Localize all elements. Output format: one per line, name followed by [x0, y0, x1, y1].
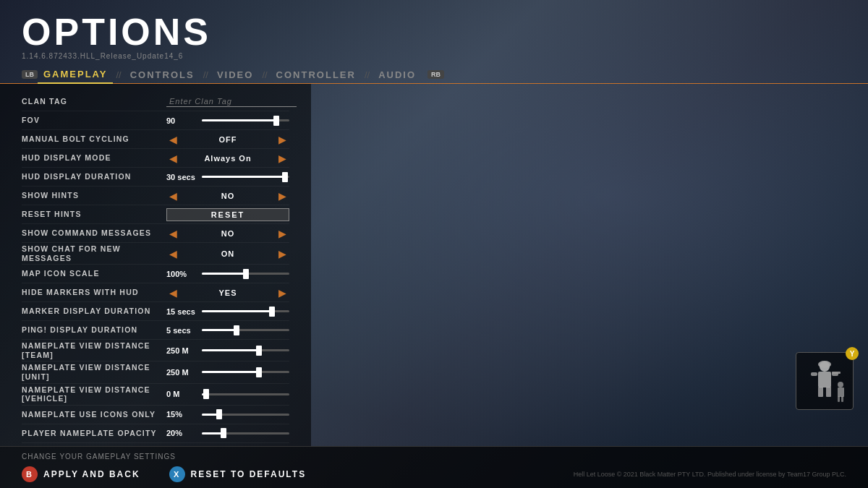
slider-thumb-nameplate-team[interactable]: [256, 346, 262, 356]
slider-value-map-icon-scale: 100%: [166, 270, 199, 278]
scene-area: Y: [311, 84, 868, 446]
lb-badge[interactable]: LB: [22, 70, 38, 79]
slider-track-nameplate-unit[interactable]: [202, 371, 289, 373]
setting-value-map-icon-scale[interactable]: 100%: [166, 270, 289, 278]
slider-thumb-nameplate-vehicle[interactable]: [203, 389, 209, 399]
slider-track-nameplate-opacity[interactable]: [202, 432, 289, 435]
slider-track-nameplate-icons[interactable]: [202, 414, 289, 416]
svg-point-1: [818, 361, 831, 368]
setting-value-hide-markers[interactable]: ◀YES▶: [166, 287, 289, 299]
tab-gameplay[interactable]: GAMEPLAY: [38, 66, 113, 84]
tab-video[interactable]: VIDEO: [211, 67, 259, 83]
setting-row-map-icon-scale: MAP ICON SCALE100%: [22, 265, 289, 283]
setting-row-ping-display: PING! DISPLAY DURATION5 secs: [22, 321, 289, 340]
setting-value-ping-display[interactable]: 5 secs: [166, 326, 289, 335]
slider-track-ping-display[interactable]: [202, 329, 289, 331]
y-badge[interactable]: Y: [846, 347, 859, 360]
b-badge: B: [22, 466, 38, 482]
slider-value-ping-display: 5 secs: [166, 326, 199, 335]
toggle-right-show-chat[interactable]: ▶: [276, 248, 289, 260]
setting-value-nameplate-unit[interactable]: 250 M: [166, 368, 289, 377]
setting-value-show-command[interactable]: ◀NO▶: [166, 228, 289, 239]
svg-point-8: [838, 382, 843, 388]
slider-track-hud-display-duration[interactable]: [202, 176, 289, 178]
setting-value-nameplate-team[interactable]: 250 M: [166, 346, 289, 355]
tab-controls[interactable]: CONTROLS: [124, 67, 200, 83]
setting-row-nameplate-vehicle: NAMEPLATE VIEW DISTANCE [VEHICLE]0 M: [22, 384, 289, 406]
svg-rect-5: [811, 372, 817, 376]
slider-thumb-hud-display-duration[interactable]: [282, 172, 288, 182]
slider-thumb-nameplate-opacity[interactable]: [221, 428, 226, 438]
toggle-left-hide-markers[interactable]: ◀: [166, 287, 180, 299]
setting-value-show-hints[interactable]: ◀NO▶: [166, 190, 289, 202]
slider-thumb-fov[interactable]: [273, 116, 279, 126]
toggle-control-show-hints: ◀NO▶: [166, 190, 289, 202]
tab-controller[interactable]: CONTROLLER: [271, 67, 362, 83]
page-title: OPTIONS: [22, 13, 846, 51]
setting-label-show-command: SHOW COMMAND MESSAGES: [22, 228, 166, 238]
slider-thumb-nameplate-icons[interactable]: [216, 409, 222, 419]
bottom-hint: CHANGE YOUR GAMEPLAY SETTINGS: [22, 453, 846, 461]
slider-thumb-marker-display[interactable]: [269, 307, 275, 317]
setting-value-manual-bolt[interactable]: ◀OFF▶: [166, 134, 289, 145]
slider-track-marker-display[interactable]: [202, 310, 289, 312]
slider-thumb-ping-display[interactable]: [234, 325, 239, 335]
svg-rect-11: [841, 396, 843, 402]
toggle-value-manual-bolt: OFF: [182, 135, 274, 144]
toggle-left-show-command[interactable]: ◀: [166, 228, 180, 239]
slider-thumb-nameplate-unit[interactable]: [256, 367, 262, 377]
bottom-buttons: B APPLY AND BACK X RESET TO DEFAULTS: [22, 466, 306, 482]
toggle-right-hide-markers[interactable]: ▶: [276, 287, 289, 299]
apply-back-button[interactable]: B APPLY AND BACK: [22, 466, 140, 482]
avatar-area: Y: [796, 352, 854, 410]
slider-value-marker-display: 15 secs: [166, 307, 199, 316]
reset-defaults-label: RESET TO DEFAULTS: [191, 469, 307, 479]
clan-tag-input[interactable]: [166, 96, 297, 107]
toggle-right-show-hints[interactable]: ▶: [276, 190, 289, 202]
toggle-right-show-command[interactable]: ▶: [276, 228, 289, 239]
setting-value-fov[interactable]: 90: [166, 116, 289, 125]
toggle-control-show-command: ◀NO▶: [166, 228, 289, 239]
toggle-right-hud-display-mode[interactable]: ▶: [276, 153, 289, 164]
slider-value-nameplate-team: 250 M: [166, 346, 199, 355]
rb-badge[interactable]: RB: [427, 70, 444, 79]
setting-row-reset-hints: RESET HINTSRESET: [22, 205, 289, 224]
setting-row-clan-tag: CLAN TAG: [22, 93, 289, 111]
tab-audio[interactable]: AUDIO: [373, 67, 422, 83]
setting-value-nameplate-icons[interactable]: 15%: [166, 410, 289, 419]
slider-track-fov[interactable]: [202, 119, 289, 121]
bottom-bar: CHANGE YOUR GAMEPLAY SETTINGS B APPLY AN…: [0, 446, 868, 488]
setting-label-ping-display: PING! DISPLAY DURATION: [22, 325, 166, 335]
setting-value-hud-display-duration[interactable]: 30 secs: [166, 173, 289, 181]
toggle-value-hide-markers: YES: [182, 288, 274, 297]
slider-track-map-icon-scale[interactable]: [202, 273, 289, 275]
setting-value-reset-hints[interactable]: RESET: [166, 208, 289, 221]
toggle-right-manual-bolt[interactable]: ▶: [276, 134, 289, 145]
setting-value-marker-display[interactable]: 15 secs: [166, 307, 289, 316]
setting-value-nameplate-vehicle[interactable]: 0 M: [166, 390, 289, 398]
reset-defaults-button[interactable]: X RESET TO DEFAULTS: [169, 466, 307, 482]
setting-value-hud-display-mode[interactable]: ◀Always On▶: [166, 153, 289, 164]
svg-rect-4: [826, 387, 831, 397]
setting-label-manual-bolt: MANUAL BOLT CYCLING: [22, 134, 166, 144]
toggle-left-manual-bolt[interactable]: ◀: [166, 134, 180, 145]
slider-track-nameplate-team[interactable]: [202, 349, 289, 351]
setting-row-fov: FOV90: [22, 111, 289, 130]
slider-track-nameplate-vehicle[interactable]: [202, 393, 289, 395]
slider-value-nameplate-vehicle: 0 M: [166, 390, 199, 398]
reset-hints-button[interactable]: RESET: [166, 208, 289, 221]
toggle-control-manual-bolt: ◀OFF▶: [166, 134, 289, 145]
toggle-left-show-hints[interactable]: ◀: [166, 190, 180, 202]
setting-label-show-chat: SHOW CHAT FOR NEW MESSAGES: [22, 244, 166, 262]
setting-row-nameplate-unit: NAMEPLATE VIEW DISTANCE [UNIT]250 M: [22, 361, 289, 383]
toggle-control-hide-markers: ◀YES▶: [166, 287, 289, 299]
setting-row-hud-display-duration: HUD DISPLAY DURATION30 secs: [22, 168, 289, 187]
slider-thumb-map-icon-scale[interactable]: [243, 269, 249, 279]
toggle-value-hud-display-mode: Always On: [182, 154, 274, 163]
toggle-left-hud-display-mode[interactable]: ◀: [166, 153, 180, 164]
toggle-left-show-chat[interactable]: ◀: [166, 248, 180, 260]
setting-value-nameplate-opacity[interactable]: 20%: [166, 429, 289, 437]
setting-row-nameplate-opacity: PLAYER NAMEPLATE OPACITY20%: [22, 424, 289, 443]
setting-value-show-chat[interactable]: ◀ON▶: [166, 248, 289, 260]
setting-label-map-icon-scale: MAP ICON SCALE: [22, 269, 166, 278]
